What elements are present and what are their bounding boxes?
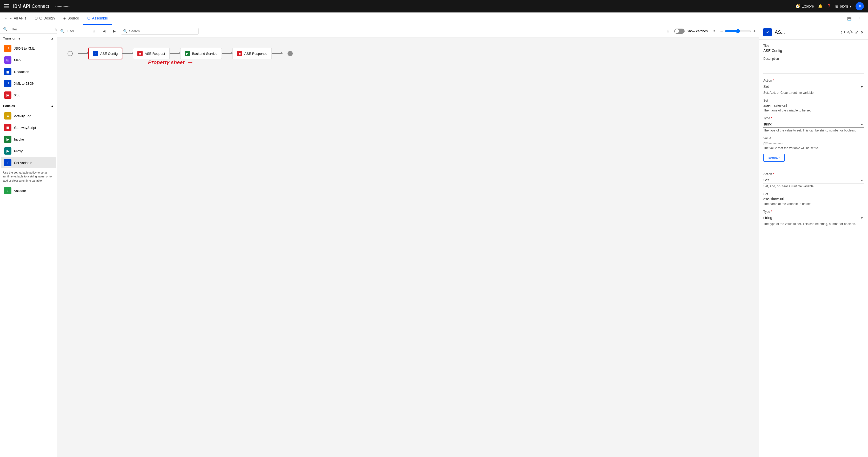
- avatar[interactable]: P: [856, 2, 864, 10]
- sidebar-item-json-to-xml[interactable]: ⇄ JSON to XML: [1, 42, 56, 54]
- type1-hint: The type of the value to set. This can b…: [763, 129, 864, 132]
- set1-field: Set ase-master-url The name of the varia…: [763, 99, 864, 112]
- zoom-in-button[interactable]: +: [753, 29, 756, 33]
- all-apis-link[interactable]: ← ← All APIs: [4, 12, 30, 25]
- value1-value: htt••••••••••••: [763, 141, 864, 145]
- flow-node-ase-response: ▣ ASE Response: [232, 48, 272, 59]
- action2-select[interactable]: Set: [763, 177, 864, 183]
- expand-button[interactable]: ⤢: [855, 30, 858, 35]
- proxy-icon: ▶: [4, 147, 11, 155]
- ase-request-label: ASE Request: [145, 52, 165, 56]
- backend-service-icon: ▶: [185, 51, 190, 56]
- explore-button[interactable]: 🧭 Explore: [796, 4, 814, 8]
- divider-1: [763, 73, 864, 73]
- type2-select[interactable]: string: [763, 215, 864, 221]
- notifications-button[interactable]: 🔔: [818, 4, 823, 8]
- connector-3: [169, 53, 180, 54]
- value1-hint: The value that the variable will be set …: [763, 146, 864, 150]
- description-field-label: Description: [763, 57, 864, 61]
- filter-search-icon: 🔍: [3, 27, 7, 31]
- sidebar-item-map[interactable]: ⊞ Map: [1, 54, 56, 66]
- description-input[interactable]: [763, 62, 864, 68]
- chevron-up-icon-policies: ▲: [51, 104, 54, 108]
- menu-icon[interactable]: [4, 4, 9, 8]
- value1-field: Value htt•••••••••••• The value that the…: [763, 136, 864, 150]
- annotation-arrow-icon: →: [186, 58, 194, 66]
- set2-field: Set ase-slave-url The name of the variab…: [763, 192, 864, 206]
- zoom-slider[interactable]: [725, 29, 751, 33]
- apps-button[interactable]: ⊞ piorg ▾: [835, 4, 851, 8]
- sidebar-filter: 🔍 ⊟: [0, 25, 57, 33]
- subnav-right-actions: 💾 ⋮: [845, 14, 864, 25]
- action1-label: Action *: [763, 79, 864, 82]
- type2-field: Type * string ▾ The type of the value to…: [763, 210, 864, 226]
- sidebar-item-set-variable[interactable]: ✓ Set Variable: [1, 157, 56, 169]
- instance-id: ••••••••••••: [55, 4, 70, 8]
- remove1-button[interactable]: Remove: [763, 154, 785, 161]
- target-icon-button[interactable]: ⊕: [710, 27, 718, 35]
- design-tab[interactable]: ⬡ ⬡ Design: [30, 12, 59, 25]
- backend-service-label: Backend Service: [192, 52, 217, 56]
- sidebar-item-xslt[interactable]: ▣ XSLT: [1, 89, 56, 101]
- canvas-search-input[interactable]: [129, 29, 173, 33]
- sidebar-item-xml-to-json[interactable]: ⇄ XML to JSON: [1, 78, 56, 89]
- canvas-filter-icon-2[interactable]: ⊟: [664, 27, 672, 35]
- set1-value: ase-master-url: [763, 103, 864, 108]
- ase-request-icon: ▣: [137, 51, 143, 56]
- show-catches-switch[interactable]: [674, 29, 685, 34]
- ase-request-node[interactable]: ▣ ASE Request: [133, 48, 169, 59]
- annotation-text: Property sheet: [148, 60, 184, 65]
- action2-label: Action *: [763, 172, 864, 176]
- type1-select-wrapper: string ▾: [763, 121, 864, 128]
- sidebar-item-invoke[interactable]: ▶ Invoke: [1, 133, 56, 145]
- more-options-button[interactable]: ⋮: [856, 14, 864, 23]
- property-sheet-body: Title ASE Config Description Action * Se…: [759, 40, 868, 230]
- save-button[interactable]: 💾: [845, 14, 854, 23]
- canvas-filter-input[interactable]: [67, 29, 88, 33]
- ase-config-icon: ✓: [93, 51, 98, 56]
- nav-forward-button[interactable]: ▶: [111, 27, 119, 35]
- close-button[interactable]: ✕: [861, 30, 864, 35]
- code-button[interactable]: </>: [847, 30, 853, 35]
- set-variable-icon: ✓: [4, 159, 11, 166]
- ase-config-node[interactable]: ✓ ASE Config: [88, 48, 122, 59]
- action2-hint: Set, Add, or Clear a runtime variable.: [763, 184, 864, 188]
- filter-options-button[interactable]: ⊟: [90, 27, 98, 35]
- property-sheet: ✓ AS... 🏷 </> ⤢ ✕ Title ASE Config Descr…: [759, 25, 868, 457]
- type1-field: Type * string ▾ The type of the value to…: [763, 116, 864, 132]
- filter-input[interactable]: [10, 27, 53, 31]
- flow-node-ase-config: ✓ ASE Config: [88, 48, 122, 59]
- source-tab[interactable]: ◈ Source: [59, 12, 83, 25]
- property-header-actions: 🏷 </> ⤢ ✕: [841, 30, 864, 35]
- tag-button[interactable]: 🏷: [841, 30, 845, 35]
- action1-hint: Set, Add, or Clear a runtime variable.: [763, 91, 864, 95]
- sidebar-item-redaction[interactable]: ▣ Redaction: [1, 66, 56, 78]
- flow-start-node: [67, 51, 73, 56]
- filter-options-icon[interactable]: ⊟: [55, 27, 57, 31]
- sidebar-item-gateway-script[interactable]: ▣ GatewayScript: [1, 122, 56, 133]
- ase-response-node[interactable]: ▣ ASE Response: [232, 48, 272, 59]
- transforms-section-header[interactable]: Transforms ▲: [0, 35, 57, 42]
- policies-section-header[interactable]: Policies ▲: [0, 102, 57, 110]
- backend-service-node[interactable]: ▶ Backend Service: [180, 48, 222, 59]
- help-button[interactable]: ❓: [827, 4, 831, 8]
- action2-field: Action * Set ▾ Set, Add, or Clear a runt…: [763, 172, 864, 188]
- invoke-icon: ▶: [4, 135, 11, 143]
- type1-select[interactable]: string: [763, 121, 864, 128]
- sidebar-item-activity-log[interactable]: ≡ Activity Log: [1, 110, 56, 122]
- save-icon: 💾: [847, 17, 851, 21]
- assemble-tab[interactable]: ⬡ Assemble: [83, 12, 112, 25]
- zoom-out-button[interactable]: −: [720, 29, 723, 33]
- transforms-section: Transforms ▲ ⇄ JSON to XML ⊞ Map ▣ Redac…: [0, 35, 57, 101]
- explore-icon: 🧭: [796, 4, 800, 8]
- sidebar-item-proxy[interactable]: ▶ Proxy: [1, 145, 56, 157]
- flow-end-node: [287, 51, 293, 56]
- sidebar-item-validate[interactable]: ✓ Validate: [1, 185, 56, 196]
- nav-back-button[interactable]: ◀: [100, 27, 108, 35]
- xml-to-json-icon: ⇄: [4, 80, 11, 87]
- assemble-icon: ⬡: [87, 16, 90, 20]
- back-arrow-icon: ←: [4, 16, 8, 20]
- canvas-content: Property sheet → ✓ ASE Config: [57, 37, 759, 457]
- action1-select[interactable]: Set: [763, 83, 864, 90]
- property-sheet-header: ✓ AS... 🏷 </> ⤢ ✕: [759, 25, 868, 40]
